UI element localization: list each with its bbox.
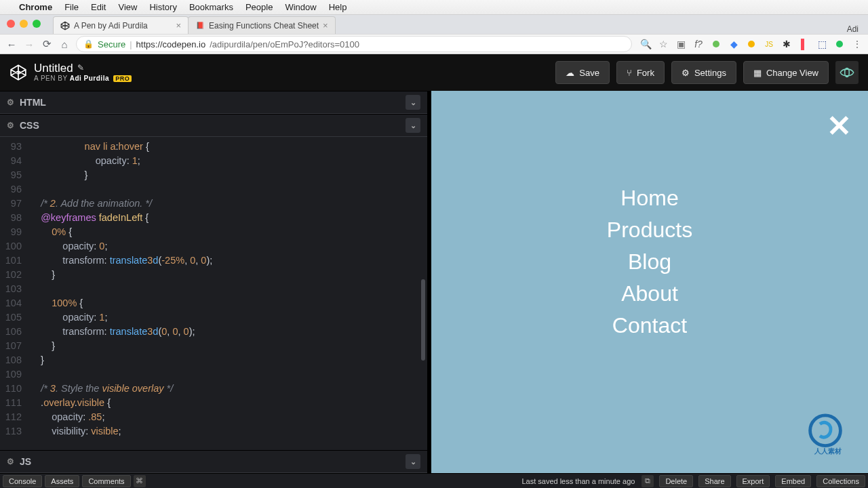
codepen-main: ⚙ HTML ⌄ ⚙ CSS ⌄ 93 94 95 96 97 98 99 10…	[0, 91, 868, 473]
minimize-window-icon[interactable]	[20, 20, 28, 28]
browser-tab-active[interactable]: A Pen by Adi Purdila ×	[53, 16, 189, 34]
extension-icon[interactable]: ✱	[781, 39, 792, 49]
save-status: Last saved less than a minute ago	[521, 477, 635, 485]
mac-menu-item[interactable]: File	[64, 2, 79, 12]
button-label: Change View	[766, 68, 818, 78]
byline-prefix: A PEN BY	[34, 75, 67, 82]
tab-strip: A Pen by Adi Purdila × 📕 Easing Function…	[0, 15, 868, 34]
chrome-menu-icon[interactable]: ⋮	[852, 39, 863, 49]
extension-icon[interactable]: ⬚	[816, 39, 827, 49]
panel-header-js[interactable]: ⚙ JS ⌄	[0, 450, 427, 473]
share-button[interactable]: Share	[698, 475, 730, 487]
gear-icon: ⚙	[682, 68, 690, 78]
address-bar[interactable]: 🔒 Secure | https://codepen.io/adipurdila…	[76, 36, 632, 52]
address-bar-row: ← → ⟳ ⌂ 🔒 Secure | https://codepen.io/ad…	[0, 34, 868, 54]
line-gutter: 93 94 95 96 97 98 99 100 101 102 103 104…	[0, 137, 27, 450]
collections-button[interactable]: Collections	[816, 475, 865, 487]
settings-button[interactable]: ⚙Settings	[671, 61, 736, 84]
fork-button[interactable]: ⑂Fork	[616, 61, 665, 84]
chevron-down-icon[interactable]: ⌄	[406, 118, 420, 133]
chrome-window: A Pen by Adi Purdila × 📕 Easing Function…	[0, 15, 868, 54]
console-button[interactable]: Console	[3, 475, 42, 487]
close-icon[interactable]: ✕	[827, 108, 852, 143]
search-in-page-icon[interactable]: 🔍	[640, 39, 651, 49]
nav-link[interactable]: Home	[620, 186, 678, 211]
mac-menu-item[interactable]: Edit	[91, 2, 106, 12]
home-icon[interactable]: ⌂	[58, 39, 71, 50]
cloud-icon: ☁	[566, 68, 574, 78]
popout-icon[interactable]: ⧉	[642, 475, 654, 487]
button-label: Fork	[637, 68, 654, 78]
mac-menu-item[interactable]: History	[149, 2, 176, 12]
save-button[interactable]: ☁Save	[555, 61, 610, 84]
export-button[interactable]: Export	[736, 475, 770, 487]
extension-icon[interactable]: ◆	[728, 39, 739, 49]
button-label: Settings	[694, 68, 726, 78]
extension-icon[interactable]	[834, 41, 845, 47]
comments-button[interactable]: Comments	[82, 475, 130, 487]
mac-menu-item[interactable]: Bookmarks	[189, 2, 233, 12]
mac-menu-item[interactable]: View	[118, 2, 137, 12]
tab-title: A Pen by Adi Purdila	[74, 21, 148, 30]
nav-link[interactable]: Blog	[628, 249, 671, 274]
nav-link[interactable]: Contact	[612, 313, 687, 338]
panel-header-html[interactable]: ⚙ HTML ⌄	[0, 91, 427, 114]
zoom-window-icon[interactable]	[33, 20, 41, 28]
panel-title: HTML	[20, 97, 46, 108]
panel-title: JS	[20, 456, 31, 467]
toolbar-icons: 🔍 ☆ ▣ f? ◆ JS ✱ ▌ ⬚ ⋮	[640, 39, 863, 49]
mac-menu-item[interactable]: Window	[285, 2, 316, 12]
extension-icon[interactable]: f?	[693, 39, 704, 49]
gear-icon[interactable]: ⚙	[7, 457, 14, 466]
nav-link[interactable]: About	[621, 281, 678, 306]
shortcuts-button[interactable]: ⌘	[134, 475, 146, 487]
tab-close-icon[interactable]: ×	[323, 20, 328, 30]
chrome-profile-name[interactable]: Adi	[847, 24, 859, 34]
edit-title-icon[interactable]: ✎	[77, 64, 84, 73]
code-content[interactable]: nav li a:hover { opacity: 1; } /* 2. Add…	[30, 140, 427, 450]
browser-tab[interactable]: 📕 Easing Functions Cheat Sheet ×	[188, 16, 336, 34]
extension-icon[interactable]: ▌	[799, 39, 810, 49]
forward-icon[interactable]: →	[23, 39, 35, 50]
url-path: /adipurdila/pen/oEmPoJ?editors=0100	[210, 39, 359, 49]
extension-icon[interactable]: JS	[764, 41, 774, 48]
css-editor[interactable]: 93 94 95 96 97 98 99 100 101 102 103 104…	[0, 137, 427, 450]
lock-icon: 🔒	[83, 39, 94, 49]
codepen-logo-icon[interactable]	[9, 64, 27, 81]
change-view-button[interactable]: ▦Change View	[743, 61, 829, 84]
extension-icon[interactable]	[711, 41, 722, 47]
mac-menu-bar: Chrome File Edit View History Bookmarks …	[0, 0, 868, 15]
back-icon[interactable]: ←	[5, 39, 18, 50]
mac-menu-item[interactable]: People	[245, 2, 273, 12]
mac-menu-app[interactable]: Chrome	[19, 2, 52, 12]
gear-icon[interactable]: ⚙	[7, 98, 14, 107]
button-label: Save	[579, 68, 599, 78]
tab-close-icon[interactable]: ×	[176, 20, 181, 30]
separator: |	[130, 39, 132, 49]
embed-button[interactable]: Embed	[775, 475, 811, 487]
assets-button[interactable]: Assets	[45, 475, 79, 487]
avatar[interactable]	[835, 61, 859, 84]
extension-icon[interactable]: ▣	[675, 39, 686, 49]
svg-point-0	[810, 415, 841, 446]
scrollbar-thumb[interactable]	[421, 279, 425, 361]
panel-header-css[interactable]: ⚙ CSS ⌄	[0, 114, 427, 137]
gear-icon[interactable]: ⚙	[7, 121, 14, 130]
bookmark-star-icon[interactable]: ☆	[658, 39, 669, 49]
pen-title[interactable]: Untitled	[34, 62, 73, 75]
chevron-down-icon[interactable]: ⌄	[406, 95, 420, 110]
watermark: 人人素材	[802, 412, 860, 455]
close-window-icon[interactable]	[7, 20, 15, 28]
codepen-footer: Console Assets Comments ⌘ Last saved les…	[0, 473, 868, 488]
layout-icon: ▦	[753, 68, 762, 78]
url-host: https://codepen.io	[136, 39, 206, 49]
preview-nav: Home Products Blog About Contact	[431, 186, 868, 338]
nav-link[interactable]: Products	[607, 218, 692, 243]
window-controls[interactable]	[7, 20, 41, 28]
mac-menu-item[interactable]: Help	[329, 2, 347, 12]
extension-icon[interactable]	[746, 41, 757, 47]
author-link[interactable]: Adi Purdila	[70, 75, 109, 82]
delete-button[interactable]: Delete	[659, 475, 693, 487]
reload-icon[interactable]: ⟳	[41, 38, 53, 50]
chevron-down-icon[interactable]: ⌄	[406, 454, 420, 469]
